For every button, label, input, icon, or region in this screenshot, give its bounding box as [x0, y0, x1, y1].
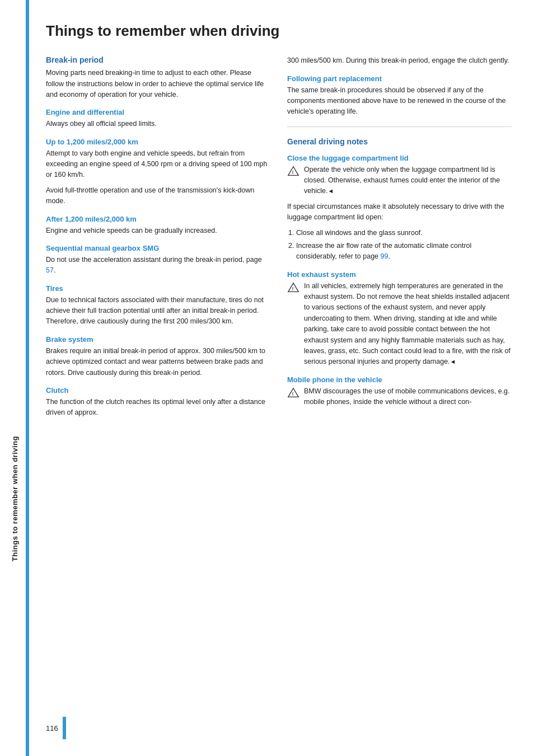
clutch-text: The function of the clutch reaches its o… — [46, 397, 270, 419]
smg-page-ref[interactable]: 57 — [46, 266, 54, 274]
list-item-2-text: Increase the air flow rate of the automa… — [296, 242, 471, 260]
hot-exhaust-warning-text: In all vehicles, extremely high temperat… — [304, 281, 512, 368]
up-to-1200-text2: Avoid full-throttle operation and use of… — [46, 185, 270, 207]
smg-text-content: Do not use the acceleration assistant du… — [46, 256, 262, 264]
smg-heading: Sequential manual gearbox SMG — [46, 244, 270, 252]
page-title: Things to remember when driving — [46, 22, 512, 40]
right-column: 300 miles/500 km. During this break-in p… — [287, 55, 512, 423]
warning-triangle-icon-3: ! — [287, 387, 299, 399]
following-part-heading: Following part replacement — [287, 74, 512, 83]
page-number-area: 116 — [46, 717, 66, 739]
svg-text:!: ! — [292, 170, 294, 175]
luggage-lid-warning-text: Operate the vehicle only when the luggag… — [304, 165, 512, 197]
brake-system-heading: Brake system — [46, 335, 270, 344]
sidebar-label: Things to remember when driving — [11, 436, 19, 561]
warning-triangle-icon-1: ! — [287, 165, 299, 177]
luggage-lid-heading: Close the luggage compartment lid — [287, 154, 512, 162]
tires-heading: Tires — [46, 284, 270, 293]
mobile-phone-heading: Mobile phone in the vehicle — [287, 375, 512, 384]
up-to-1200-text1: Attempt to vary both engine and vehicle … — [46, 148, 270, 181]
svg-text:!: ! — [292, 391, 294, 396]
luggage-lid-warning: ! Operate the vehicle only when the lugg… — [287, 165, 512, 197]
luggage-lid-list: Close all windows and the glass sunroof.… — [296, 228, 512, 262]
break-in-heading: Break-in period — [46, 55, 270, 64]
svg-text:!: ! — [292, 286, 294, 291]
brake-system-text: Brakes require an initial break-in perio… — [46, 346, 270, 378]
hot-exhaust-heading: Hot exhaust system — [287, 270, 512, 279]
left-column: Break-in period Moving parts need breaki… — [46, 55, 270, 423]
luggage-lid-continuation: If special circumstances make it absolut… — [287, 201, 512, 223]
warning-triangle-icon-2: ! — [287, 281, 299, 294]
mobile-phone-warning: ! BMW discourages the use of mobile comm… — [287, 386, 512, 408]
after-1200-heading: After 1,200 miles/2,000 km — [46, 215, 270, 223]
smg-text: Do not use the acceleration assistant du… — [46, 255, 270, 276]
mobile-phone-warning-text: BMW discourages the use of mobile commun… — [304, 386, 512, 408]
list-page-ref[interactable]: 99 — [381, 252, 388, 260]
clutch-heading: Clutch — [46, 386, 270, 395]
list-item-1: Close all windows and the glass sunroof. — [296, 228, 512, 238]
tires-text: Due to technical factors associated with… — [46, 295, 270, 327]
page-bar — [63, 717, 66, 739]
engine-differential-text: Always obey all official speed limits. — [46, 119, 270, 129]
main-content: Things to remember when driving Break-in… — [29, 0, 534, 756]
hot-exhaust-warning: ! In all vehicles, extremely high temper… — [287, 281, 512, 368]
page-number: 116 — [46, 724, 58, 732]
clutch-continued: 300 miles/500 km. During this break-in p… — [287, 55, 512, 66]
following-part-text: The same break-in procedures should be o… — [287, 85, 512, 118]
list-item-1-text: Close all windows and the glass sunroof. — [296, 229, 423, 237]
smg-text-after: . — [54, 266, 55, 274]
sidebar: Things to remember when driving — [0, 0, 29, 756]
columns-layout: Break-in period Moving parts need breaki… — [46, 55, 512, 423]
list-item-2: Increase the air flow rate of the automa… — [296, 241, 512, 262]
general-driving-heading: General driving notes — [287, 137, 512, 146]
up-to-1200-heading: Up to 1,200 miles/2,000 km — [46, 138, 270, 146]
sidebar-text-area: Things to remember when driving — [0, 420, 29, 577]
break-in-intro: Moving parts need breaking-in time to ad… — [46, 68, 270, 100]
section-divider — [287, 126, 512, 127]
engine-differential-heading: Engine and differential — [46, 108, 270, 116]
after-1200-text: Engine and vehicle speeds can be gradual… — [46, 226, 270, 236]
